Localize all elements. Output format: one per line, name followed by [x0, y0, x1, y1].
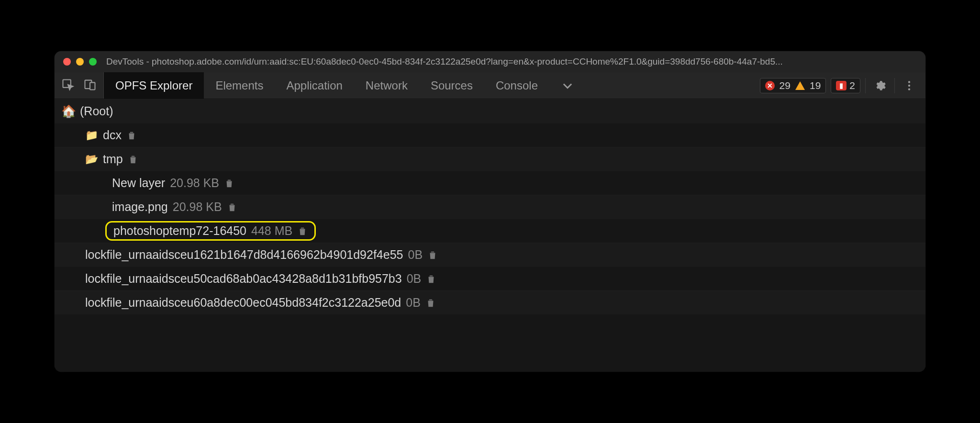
file-name: lockfile_urnaaidsceu1621b1647d8d4166962b… [85, 248, 403, 262]
toolbar-left [55, 72, 104, 99]
delete-button[interactable] [427, 250, 438, 260]
tree-file-pstemp[interactable]: photoshoptemp72-16450 448 MB [55, 219, 925, 243]
file-name: lockfile_urnaaidsceu50cad68ab0ac43428a8d… [85, 272, 402, 286]
tree-file-newlayer[interactable]: New layer 20.98 KB [55, 171, 925, 195]
inspect-element-icon[interactable] [61, 78, 75, 93]
window-controls [63, 58, 97, 66]
delete-button[interactable] [224, 178, 234, 189]
issues-count: 2 [849, 80, 855, 91]
tab-elements[interactable]: Elements [204, 72, 275, 99]
house-icon: 🏠 [61, 104, 76, 118]
tree-file-lock3[interactable]: lockfile_urnaaidsceu60a8dec00ec045bd834f… [55, 290, 925, 314]
folder-name: dcx [103, 128, 122, 142]
tab-console[interactable]: Console [484, 72, 549, 99]
devtools-window: DevTools - photoshop.adobe.com/id/urn:aa… [55, 51, 925, 372]
file-size: 448 MB [251, 224, 292, 238]
file-size: 20.98 KB [170, 176, 219, 190]
warning-count: 19 [810, 80, 821, 91]
tab-overflow[interactable] [549, 72, 586, 99]
settings-button[interactable] [870, 76, 890, 95]
titlebar: DevTools - photoshop.adobe.com/id/urn:aa… [55, 51, 925, 72]
svg-point-5 [908, 88, 910, 90]
tree-file-imagepng[interactable]: image.png 20.98 KB [55, 195, 925, 219]
delete-button[interactable] [128, 154, 138, 165]
delete-button[interactable] [227, 202, 237, 212]
separator [894, 78, 895, 93]
highlighted-file: photoshoptemp72-16450 448 MB [105, 221, 316, 241]
tab-application[interactable]: Application [275, 72, 354, 99]
device-toggle-icon[interactable] [83, 78, 97, 93]
delete-button[interactable] [297, 226, 308, 236]
opfs-tree: 🏠 (Root) 📁 dcx 📂 tmp New layer 20.98 KB [55, 99, 925, 372]
toolbar-right: ✕ 29 19 ▮ 2 [753, 72, 925, 99]
svg-rect-2 [90, 82, 95, 89]
tree-root[interactable]: 🏠 (Root) [55, 99, 925, 123]
devtools-toolbar: OPFS Explorer Elements Application Netwo… [55, 72, 925, 99]
file-size: 20.98 KB [173, 200, 222, 214]
folder-icon: 📁 [85, 129, 98, 142]
tab-opfs-explorer[interactable]: OPFS Explorer [104, 72, 204, 99]
file-name: lockfile_urnaaidsceu60a8dec00ec045bd834f… [85, 296, 401, 310]
issue-icon: ▮ [836, 81, 846, 90]
file-name: image.png [112, 200, 168, 214]
tree-file-lock1[interactable]: lockfile_urnaaidsceu1621b1647d8d4166962b… [55, 243, 925, 267]
window-title: DevTools - photoshop.adobe.com/id/urn:aa… [106, 56, 917, 67]
tree-folder-dcx[interactable]: 📁 dcx [55, 123, 925, 147]
minimize-button[interactable] [76, 58, 84, 66]
error-icon: ✕ [765, 81, 775, 90]
tab-sources[interactable]: Sources [419, 72, 484, 99]
file-size: 0B [407, 272, 422, 286]
tab-strip: OPFS Explorer Elements Application Netwo… [104, 72, 586, 99]
file-size: 0B [406, 296, 421, 310]
delete-button[interactable] [425, 298, 436, 308]
issues-badge[interactable]: ▮ 2 [831, 78, 860, 93]
warning-icon [795, 81, 805, 90]
empty-space [55, 314, 925, 372]
file-size: 0B [408, 248, 423, 262]
delete-button[interactable] [126, 130, 137, 141]
maximize-button[interactable] [89, 58, 97, 66]
tree-file-lock2[interactable]: lockfile_urnaaidsceu50cad68ab0ac43428a8d… [55, 267, 925, 290]
root-label: (Root) [80, 104, 113, 118]
close-button[interactable] [63, 58, 71, 66]
folder-name: tmp [103, 152, 123, 166]
error-warning-badge[interactable]: ✕ 29 19 [760, 78, 826, 93]
file-name: photoshoptemp72-16450 [113, 224, 246, 238]
more-button[interactable] [900, 76, 919, 95]
delete-button[interactable] [426, 274, 436, 284]
tree-folder-tmp[interactable]: 📂 tmp [55, 147, 925, 171]
tab-network[interactable]: Network [354, 72, 419, 99]
folder-open-icon: 📂 [85, 153, 98, 166]
separator [865, 78, 866, 93]
svg-point-4 [908, 84, 910, 86]
file-name: New layer [112, 176, 165, 190]
error-count: 29 [780, 80, 791, 91]
svg-point-3 [908, 81, 910, 83]
